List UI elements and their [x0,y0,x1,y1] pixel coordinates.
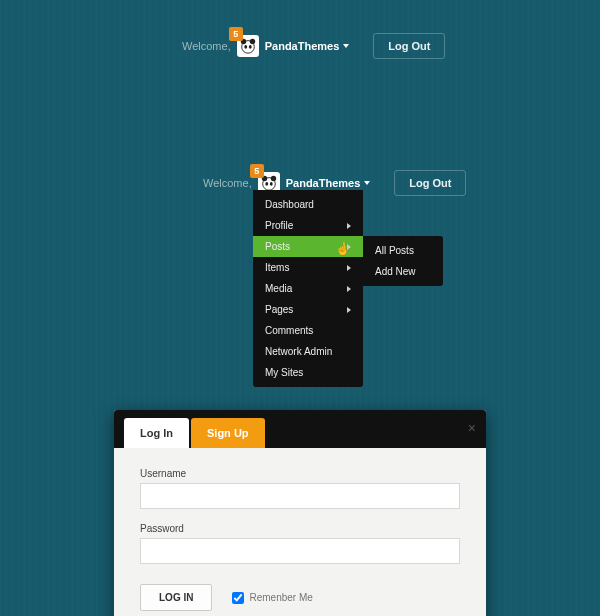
menu-item-label: Dashboard [265,199,314,210]
chevron-down-icon [364,181,370,185]
menu-item-media[interactable]: Media [253,278,363,299]
submenu-item-all-posts[interactable]: All Posts [363,240,443,261]
menu-item-label: Pages [265,304,293,315]
remember-label: Remenber Me [249,592,312,603]
menu-item-label: Network Admin [265,346,332,357]
chevron-right-icon [347,223,351,229]
svg-point-8 [265,182,268,186]
avatar[interactable]: 5 [237,35,259,57]
topbar-collapsed: Welcome, 5 PandaThemes Log Out [182,33,445,59]
user-dropdown-menu: DashboardProfilePosts☝All PostsAdd NewIt… [253,190,363,387]
logout-button[interactable]: Log Out [373,33,445,59]
chevron-right-icon [347,265,351,271]
svg-point-9 [270,182,273,186]
username-dropdown-trigger[interactable]: PandaThemes [286,177,371,189]
password-input[interactable] [140,538,460,564]
menu-item-label: Profile [265,220,293,231]
logout-button[interactable]: Log Out [394,170,466,196]
close-icon[interactable]: × [468,420,476,436]
chevron-right-icon [347,307,351,313]
login-modal: Log In Sign Up × Username Password LOG I… [114,410,486,616]
username-input[interactable] [140,483,460,509]
username-text: PandaThemes [265,40,340,52]
login-submit-button[interactable]: LOG IN [140,584,212,611]
menu-item-comments[interactable]: Comments [253,320,363,341]
menu-item-network-admin[interactable]: Network Admin [253,341,363,362]
username-label: Username [140,468,460,479]
svg-point-3 [244,45,247,49]
menu-item-label: Posts [265,241,290,252]
username-text: PandaThemes [286,177,361,189]
menu-item-dashboard[interactable]: Dashboard [253,194,363,215]
remember-checkbox[interactable] [232,592,244,604]
welcome-text: Welcome, [182,40,231,52]
svg-point-7 [271,176,276,181]
notification-badge[interactable]: 5 [229,27,243,41]
chevron-down-icon [343,44,349,48]
notification-badge[interactable]: 5 [250,164,264,178]
submenu: All PostsAdd New [363,236,443,286]
menu-item-pages[interactable]: Pages [253,299,363,320]
username-dropdown-trigger[interactable]: PandaThemes [265,40,350,52]
chevron-right-icon [347,286,351,292]
tab-signup[interactable]: Sign Up [191,418,265,448]
svg-point-4 [249,45,252,49]
menu-item-label: Media [265,283,292,294]
modal-header: Log In Sign Up × [114,410,486,448]
submenu-item-add-new[interactable]: Add New [363,261,443,282]
tab-login[interactable]: Log In [124,418,189,448]
modal-body: Username Password LOG IN Remenber Me [114,448,486,616]
password-label: Password [140,523,460,534]
menu-item-profile[interactable]: Profile [253,215,363,236]
menu-item-label: Items [265,262,289,273]
menu-item-posts[interactable]: Posts☝All PostsAdd New [253,236,363,257]
menu-item-items[interactable]: Items [253,257,363,278]
form-actions: LOG IN Remenber Me [140,584,460,611]
menu-item-label: Comments [265,325,313,336]
welcome-text: Welcome, [203,177,252,189]
remember-me[interactable]: Remenber Me [232,592,312,604]
svg-point-2 [250,39,255,44]
menu-item-label: My Sites [265,367,303,378]
chevron-right-icon [347,244,351,250]
menu-item-my-sites[interactable]: My Sites [253,362,363,383]
